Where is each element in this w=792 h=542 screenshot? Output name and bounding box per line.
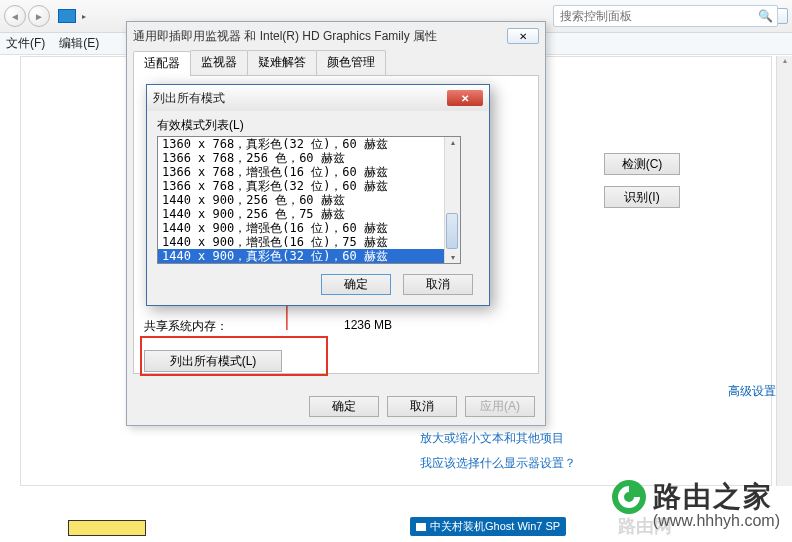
list-modes-modal: 列出所有模式 ✕ 有效模式列表(L) 1360 x 768，真彩色(32 位)，…	[146, 84, 490, 306]
modal-close-button[interactable]: ✕	[447, 90, 483, 106]
search-input-container[interactable]: 🔍	[553, 5, 778, 27]
search-icon: 🔍	[758, 9, 773, 23]
shared-mem-label: 共享系统内存：	[144, 318, 344, 335]
list-item[interactable]: 1366 x 768，增强色(16 位)，60 赫兹	[158, 165, 460, 179]
watermark-brand: 路由之家	[653, 478, 773, 516]
modal-cancel-button[interactable]: 取消	[403, 274, 473, 295]
list-item[interactable]: 1366 x 768，256 色，60 赫兹	[158, 151, 460, 165]
menu-edit[interactable]: 编辑(E)	[59, 35, 99, 52]
watermark-logo: 路由之家 (www.hhhyh.com)	[611, 478, 780, 530]
prop-cancel-button[interactable]: 取消	[387, 396, 457, 417]
tab-adapter[interactable]: 适配器	[133, 51, 191, 76]
help-zoom-link[interactable]: 放大或缩小文本和其他项目	[420, 430, 564, 447]
list-item[interactable]: 1440 x 900，256 色，75 赫兹	[158, 207, 460, 221]
scrollbar-thumb[interactable]	[446, 213, 458, 249]
watermark-url: (www.hhhyh.com)	[653, 512, 780, 530]
monitor-icon	[58, 9, 76, 23]
search-input[interactable]	[554, 9, 777, 23]
nav-back-button[interactable]: ◄	[4, 5, 26, 27]
ghost-badge: 中关村装机Ghost Win7 SP	[410, 517, 566, 536]
tab-monitor[interactable]: 监视器	[190, 50, 248, 75]
dialog-close-button[interactable]: ✕	[507, 28, 539, 44]
list-item[interactable]: 1440 x 900，256 色，60 赫兹	[158, 193, 460, 207]
annotation-red-box	[140, 336, 328, 376]
dialog-title: 通用即插即用监视器 和 Intel(R) HD Graphics Family …	[133, 28, 437, 45]
list-item[interactable]: 1360 x 768，真彩色(32 位)，60 赫兹	[158, 137, 460, 151]
list-item[interactable]: 1366 x 768，真彩色(32 位)，60 赫兹	[158, 179, 460, 193]
prop-ok-button[interactable]: 确定	[309, 396, 379, 417]
nav-forward-button[interactable]: ►	[28, 5, 50, 27]
modal-title: 列出所有模式	[153, 90, 225, 107]
prop-apply-button[interactable]: 应用(A)	[465, 396, 535, 417]
identify-button[interactable]: 识别(I)	[604, 186, 680, 208]
svg-point-0	[612, 480, 646, 514]
shared-mem-value: 1236 MB	[344, 318, 392, 335]
advanced-settings-link[interactable]: 高级设置	[728, 383, 776, 400]
menu-file[interactable]: 文件(F)	[6, 35, 45, 52]
modes-list-label: 有效模式列表(L)	[157, 117, 479, 134]
detect-button[interactable]: 检测(C)	[604, 153, 680, 175]
tab-color[interactable]: 颜色管理	[316, 50, 386, 75]
vertical-scrollbar[interactable]	[776, 56, 792, 486]
router-logo-icon	[611, 479, 647, 515]
masked-element	[68, 520, 146, 536]
tab-troubleshoot[interactable]: 疑难解答	[247, 50, 317, 75]
help-which-link[interactable]: 我应该选择什么显示器设置？	[420, 455, 576, 472]
modes-listbox[interactable]: 1360 x 768，真彩色(32 位)，60 赫兹 1366 x 768，25…	[157, 136, 461, 264]
list-item-selected[interactable]: 1440 x 900，真彩色(32 位)，60 赫兹	[158, 249, 460, 263]
modal-ok-button[interactable]: 确定	[321, 274, 391, 295]
list-item[interactable]: 1440 x 900，增强色(16 位)，75 赫兹	[158, 235, 460, 249]
chevron-right-icon: ▸	[82, 12, 86, 21]
list-item[interactable]: 1440 x 900，增强色(16 位)，60 赫兹	[158, 221, 460, 235]
